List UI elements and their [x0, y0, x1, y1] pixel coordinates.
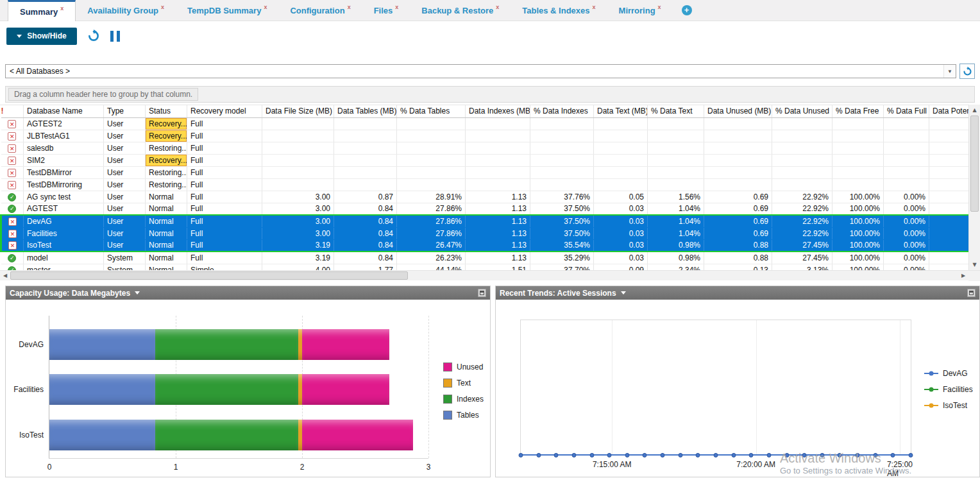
refresh-icon[interactable] — [87, 30, 100, 42]
chevron-down-icon[interactable]: ▼ — [943, 65, 956, 78]
table-row-isotest[interactable]: ✕IsoTestUserNormalFull3.190.8426.47%1.13… — [1, 239, 969, 252]
scroll-down-icon[interactable]: ▼ — [969, 259, 980, 270]
tab-configuration[interactable]: Configurationx — [278, 0, 362, 21]
tab-summary[interactable]: Summaryx — [8, 0, 76, 21]
legend-swatch — [443, 395, 452, 404]
cell-recovery-model: Full — [187, 227, 262, 239]
cell-data-file-size-mb — [262, 154, 334, 166]
column-header-data-file-size-mb[interactable]: Data File Size (MB)▲ — [262, 105, 334, 117]
capacity-panel-header[interactable]: Capacity Usage: Data Megabytes — [6, 286, 490, 300]
show-hide-button[interactable]: Show/Hide — [6, 28, 77, 45]
table-row-salesdb[interactable]: ✕salesdbUserRestoring...Full — [1, 142, 969, 154]
column-header-status[interactable]: Status — [146, 105, 187, 117]
bar-segment-unused[interactable] — [302, 420, 413, 450]
table-row-model[interactable]: ✓modelSystemNormalFull3.190.8426.23%1.13… — [1, 252, 969, 264]
add-tab-button[interactable]: + — [682, 5, 692, 15]
capacity-plot: DevAGFacilitiesIsoTest0123 — [49, 316, 428, 459]
column-header-data-text-mb[interactable]: Data Text (MB) — [594, 105, 648, 117]
tab-close-icon[interactable]: x — [161, 4, 164, 10]
chevron-down-icon[interactable] — [621, 291, 626, 294]
pause-icon[interactable] — [110, 31, 120, 42]
cell-data-indexes-mb: 1.13 — [466, 215, 530, 227]
column-header-data-unused[interactable]: % Data Unused — [772, 105, 832, 117]
cell-data-unused-mb — [704, 142, 772, 154]
scroll-right-icon[interactable]: ▶ — [958, 271, 968, 281]
x-tick-label: 7:15:00 AM — [593, 460, 632, 469]
vertical-scroll-thumb[interactable] — [970, 115, 979, 212]
bar-segment-indexes[interactable] — [155, 420, 298, 450]
tab-backup-restore[interactable]: Backup & Restorex — [410, 0, 511, 21]
cell-status: Restoring... — [146, 166, 187, 178]
bar-segment-tables[interactable] — [49, 420, 155, 450]
cell-data-free: 100.00% — [832, 264, 884, 270]
grid-viewport: !Database NameTypeStatusRecovery modelDa… — [0, 105, 968, 270]
table-row-agtest[interactable]: ✓AGTESTUserNormalFull3.000.8427.86%1.133… — [1, 203, 969, 215]
table-row-jlbtestag1[interactable]: ✕JLBTestAG1UserRecovery...Full — [1, 130, 969, 142]
cell-data-text — [648, 142, 704, 154]
cell-recovery-model: Full — [187, 178, 262, 191]
tab-close-icon[interactable]: x — [395, 4, 398, 10]
tab-close-icon[interactable]: x — [593, 4, 596, 10]
x-tick-label: 7:25:00 AM — [887, 460, 913, 478]
column-header-data-text[interactable]: % Data Text — [648, 105, 704, 117]
column-header-data-tables[interactable]: % Data Tables — [397, 105, 466, 117]
tab-close-icon[interactable]: x — [496, 4, 499, 10]
bar-segment-unused[interactable] — [302, 329, 389, 360]
column-header-data-poten[interactable]: Data Poten — [929, 105, 969, 117]
bar-segment-unused[interactable] — [302, 374, 389, 405]
status-column-header[interactable]: ! — [1, 105, 24, 117]
tab-availability-group[interactable]: Availability Groupx — [76, 0, 176, 21]
column-header-data-free[interactable]: % Data Free — [832, 105, 884, 117]
column-header-data-tables-mb[interactable]: Data Tables (MB) — [334, 105, 397, 117]
maximize-panel-icon[interactable] — [478, 289, 486, 297]
tab-files[interactable]: Filesx — [362, 0, 410, 21]
column-header-data-indexes-mb[interactable]: Data Indexes (MB) — [466, 105, 530, 117]
trends-panel-header[interactable]: Recent Trends: Active Sessions — [496, 286, 979, 300]
bar-segment-tables[interactable] — [49, 329, 155, 360]
table-row-master[interactable]: ✓masterSystemNormalSimple4.001.7744.14%1… — [1, 264, 969, 270]
chevron-down-icon[interactable] — [135, 291, 140, 294]
tab-tempdb-summary[interactable]: TempDB Summaryx — [176, 0, 278, 21]
scroll-up-icon[interactable]: ▲ — [969, 105, 980, 115]
cell-status: Restoring... — [146, 142, 187, 154]
cell-data-free: 100.00% — [832, 191, 884, 203]
bar-segment-indexes[interactable] — [155, 374, 298, 405]
grid-vertical-scrollbar[interactable]: ▲ ▼ — [968, 105, 980, 270]
table-row-facilities[interactable]: ✕FacilitiesUserNormalFull3.000.8427.86%1… — [1, 227, 969, 239]
column-header-database-name[interactable]: Database Name — [24, 105, 104, 117]
cell-data-indexes — [530, 178, 594, 191]
app-root: SummaryxAvailability GroupxTempDB Summar… — [0, 0, 980, 478]
cell-data-text: 0.98% — [648, 252, 704, 264]
horizontal-scroll-thumb[interactable] — [10, 271, 408, 280]
tab-close-icon[interactable]: x — [60, 5, 63, 12]
cell-recovery-model: Full — [187, 191, 262, 203]
table-row-sim2[interactable]: ✕SIM2UserRecovery...Full — [1, 154, 969, 166]
database-selector[interactable]: < All Databases > ▼ — [5, 64, 956, 78]
tab-close-icon[interactable]: x — [658, 4, 661, 10]
tab-close-icon[interactable]: x — [264, 4, 267, 10]
bar-segment-indexes[interactable] — [155, 329, 298, 360]
column-header-data-indexes[interactable]: % Data Indexes — [530, 105, 594, 117]
column-header-recovery-model[interactable]: Recovery model — [187, 105, 262, 117]
data-point — [766, 453, 771, 457]
tab-mirroring[interactable]: Mirroringx — [607, 0, 673, 21]
tab-close-icon[interactable]: x — [348, 4, 351, 10]
column-header-data-unused-mb[interactable]: Data Unused (MB) — [704, 105, 772, 117]
table-row-testdbmirroring[interactable]: ✕TestDBMirroringUserRestoring...Full — [1, 178, 969, 191]
column-header-data-full[interactable]: % Data Full — [884, 105, 929, 117]
cell-data-tables-mb: 0.84 — [334, 239, 397, 252]
column-header-type[interactable]: Type — [104, 105, 146, 117]
scroll-left-icon[interactable]: ◀ — [0, 271, 10, 281]
grid-horizontal-scrollbar[interactable]: ◀ ▶ — [0, 270, 980, 280]
maximize-panel-icon[interactable] — [967, 289, 976, 297]
cell-data-tables — [397, 142, 466, 154]
table-row-ag-sync-test[interactable]: ✓AG sync testUserNormalFull3.000.8728.91… — [1, 191, 969, 203]
refresh-button[interactable] — [959, 64, 975, 79]
table-row-testdbmirror[interactable]: ✕TestDBMirrorUserRestoring...Full — [1, 166, 969, 178]
tab-tables-indexes[interactable]: Tables & Indexesx — [511, 0, 607, 21]
group-by-panel[interactable]: Drag a column header here to group by th… — [5, 86, 975, 103]
cell-recovery-model: Full — [187, 239, 262, 252]
table-row-devag[interactable]: ✕DevAGUserNormalFull3.000.8427.86%1.1337… — [1, 215, 969, 227]
bar-segment-tables[interactable] — [49, 374, 155, 405]
table-row-agtest2[interactable]: ✕AGTEST2UserRecovery...Full — [1, 117, 969, 130]
